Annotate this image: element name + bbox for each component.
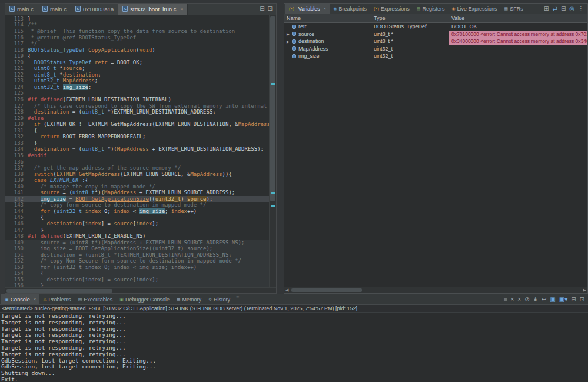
line-number[interactable]: 116 bbox=[5, 35, 28, 41]
code-line-134[interactable]: 134 destination = (uint8_t *)(MapAddress… bbox=[5, 146, 269, 152]
line-number[interactable]: 127 bbox=[5, 103, 28, 109]
code-line-115[interactable]: 115 * @brief This function copy the data… bbox=[5, 28, 269, 35]
code-line-144[interactable]: 144 for (uint32_t index=0; index < img_s… bbox=[5, 208, 269, 215]
view-tab-registers[interactable]: ▤Registers bbox=[413, 4, 449, 14]
line-number[interactable]: 134 bbox=[5, 146, 28, 152]
maximize-icon[interactable]: ⊡ bbox=[580, 297, 584, 303]
collapse-all-icon[interactable]: ⊟ bbox=[561, 6, 566, 12]
line-number[interactable]: 147 bbox=[5, 227, 28, 234]
line-number[interactable]: 125 bbox=[5, 90, 28, 97]
new-view-icon[interactable]: ⊞ bbox=[544, 6, 549, 12]
line-number[interactable]: 154 bbox=[5, 270, 28, 277]
expand-arrow-icon[interactable]: ▶ bbox=[287, 32, 292, 36]
line-number[interactable]: 149 bbox=[5, 240, 28, 246]
line-number[interactable]: 126 bbox=[5, 97, 28, 103]
line-number[interactable]: 145 bbox=[5, 214, 28, 221]
code-line-145[interactable]: 145 { bbox=[5, 214, 269, 221]
code-line-141[interactable]: 141 source = (uint8_t*)(MapAddress + EXT… bbox=[5, 190, 269, 196]
line-number[interactable]: 151 bbox=[5, 252, 28, 258]
occurrence-marker[interactable] bbox=[271, 205, 275, 207]
line-number[interactable]: 128 bbox=[5, 109, 28, 115]
line-number[interactable]: 117 bbox=[5, 41, 28, 47]
editor-tab-main-c[interactable]: cmain.c bbox=[5, 4, 38, 15]
code-line-147[interactable]: 147 } bbox=[5, 227, 269, 234]
line-number[interactable]: 148 bbox=[5, 233, 28, 240]
code-line-133[interactable]: 133 } bbox=[5, 140, 269, 147]
editor-tab-0x18003a1a[interactable]: c0x18003a1a bbox=[71, 4, 118, 15]
line-number[interactable]: 121 bbox=[5, 65, 28, 72]
code-line-152[interactable]: 152 /* copy Non-Secure form source to de… bbox=[5, 258, 269, 264]
code-line-154[interactable]: 154 { bbox=[5, 270, 269, 277]
variable-row-img-size[interactable]: img_sizeuint32_t bbox=[284, 52, 587, 60]
open-console-icon[interactable]: ▣▾ bbox=[559, 297, 567, 303]
code-line-127[interactable]: 127 /* this case correspond to copy the … bbox=[5, 103, 269, 109]
line-number[interactable]: 132 bbox=[5, 134, 28, 140]
code-line-135[interactable]: 135#endif bbox=[5, 152, 269, 159]
code-line-139[interactable]: 139 case EXTMEM_OK :{ bbox=[5, 177, 269, 184]
code-line-142[interactable]: 142 img_size = BOOT_GetApplicationSize((… bbox=[5, 196, 269, 202]
code-line-143[interactable]: 143 /* copy form source to destination i… bbox=[5, 202, 269, 208]
code-line-136[interactable]: 136 bbox=[5, 159, 269, 165]
view-tab-live-expressions[interactable]: ◉Live Expressions bbox=[448, 4, 500, 14]
line-number[interactable]: 137 bbox=[5, 165, 28, 171]
line-number[interactable]: 123 bbox=[5, 78, 28, 84]
scrollbar-thumb[interactable] bbox=[6, 289, 112, 293]
minimize-icon[interactable]: ⊟ bbox=[571, 297, 576, 303]
console-tab-console[interactable]: ▣Console× bbox=[1, 294, 39, 304]
minimize-icon[interactable]: ⊟ bbox=[260, 6, 264, 12]
editor-tab-main-c[interactable]: cmain.c bbox=[38, 4, 71, 15]
code-line-148[interactable]: 148#if defined(EXTMEM_LRUN_TZ_ENABLE_NS) bbox=[5, 233, 269, 240]
console-tab-memory[interactable]: ▦Memory bbox=[173, 294, 205, 304]
console-tab-executables[interactable]: ▤Executables bbox=[75, 294, 117, 304]
maximize-icon[interactable]: ⊡ bbox=[268, 6, 273, 12]
expand-arrow-icon[interactable]: ▶ bbox=[287, 39, 292, 44]
code-line-118[interactable]: 118BOOTStatus_TypeDef CopyApplication(vo… bbox=[5, 47, 269, 54]
remove-all-launches-icon[interactable]: × bbox=[517, 297, 521, 303]
line-number[interactable]: 115 bbox=[5, 28, 28, 35]
view-menu-icon[interactable]: ⋮ bbox=[578, 6, 584, 12]
line-number[interactable]: 143 bbox=[5, 202, 28, 208]
line-number[interactable]: 150 bbox=[5, 245, 28, 252]
console-tab-debugger-console[interactable]: ▣Debugger Console bbox=[116, 294, 173, 304]
code-line-120[interactable]: 120 BOOTStatus_TypeDef retr = BOOT_OK; bbox=[5, 59, 269, 66]
code-line-131[interactable]: 131 { bbox=[5, 128, 269, 134]
line-number[interactable]: 119 bbox=[5, 53, 28, 59]
code-line-132[interactable]: 132 return BOOT_ERROR_MAPPEDMODEFAIL; bbox=[5, 134, 269, 140]
code-line-153[interactable]: 153 for (uint32_t index=0; index < img_s… bbox=[5, 264, 269, 271]
line-number[interactable]: 152 bbox=[5, 258, 28, 264]
editor-tab-stm32-boot-lrun-c[interactable]: cstm32_boot_lrun.c× bbox=[118, 4, 188, 15]
code-line-156[interactable]: 156 } bbox=[5, 283, 269, 287]
code-line-125[interactable]: 125 bbox=[5, 90, 269, 97]
line-number[interactable]: 141 bbox=[5, 190, 28, 196]
line-number[interactable]: 138 bbox=[5, 171, 28, 178]
code-line-122[interactable]: 122 uint8_t *destination; bbox=[5, 72, 269, 78]
code-line-137[interactable]: 137 /* get the map address of the source… bbox=[5, 165, 269, 171]
variable-row-destination[interactable]: ▶destinationuint8_t *0x34000000 <error: … bbox=[284, 38, 587, 45]
show-columns-icon[interactable]: ⇄ bbox=[552, 6, 557, 12]
pin-view-icon[interactable]: ◎ bbox=[569, 6, 574, 12]
line-number[interactable]: 146 bbox=[5, 221, 28, 227]
code-line-117[interactable]: 117 */ bbox=[5, 41, 269, 47]
line-number[interactable]: 113 bbox=[5, 16, 28, 22]
code-line-121[interactable]: 121 uint8_t *source; bbox=[5, 65, 269, 72]
line-number[interactable]: 133 bbox=[5, 140, 28, 147]
vertical-splitter[interactable] bbox=[277, 3, 284, 294]
code-line-113[interactable]: 113} bbox=[5, 16, 269, 22]
line-number[interactable]: 153 bbox=[5, 264, 28, 271]
line-number[interactable]: 114 bbox=[5, 22, 28, 28]
line-number[interactable]: 140 bbox=[5, 184, 28, 190]
variable-row-retr[interactable]: retrBOOTStatus_TypeDefBOOT_OK bbox=[284, 23, 587, 31]
line-number[interactable]: 120 bbox=[5, 59, 28, 66]
code-line-128[interactable]: 128 destination = (uint8_t *)EXTMEM_LRUN… bbox=[5, 109, 269, 115]
line-number[interactable]: 156 bbox=[5, 283, 28, 287]
code-line-155[interactable]: 155 destination[index] = source[index]; bbox=[5, 277, 269, 283]
line-number[interactable]: 144 bbox=[5, 208, 28, 215]
code-line-149[interactable]: 149 source = (uint8_t*)(MapAddress + EXT… bbox=[5, 240, 269, 246]
code-line-124[interactable]: 124 uint32_t img_size; bbox=[5, 84, 269, 91]
line-number[interactable]: 131 bbox=[5, 128, 28, 134]
editor-horizontal-scrollbar[interactable] bbox=[5, 287, 276, 293]
code-line-123[interactable]: 123 uint32_t MapAddress; bbox=[5, 78, 269, 84]
code-line-140[interactable]: 140 /* manage the copy in mapped mode */ bbox=[5, 184, 269, 190]
line-number[interactable]: 142 bbox=[5, 196, 28, 202]
remove-launch-icon[interactable]: × bbox=[510, 297, 514, 303]
